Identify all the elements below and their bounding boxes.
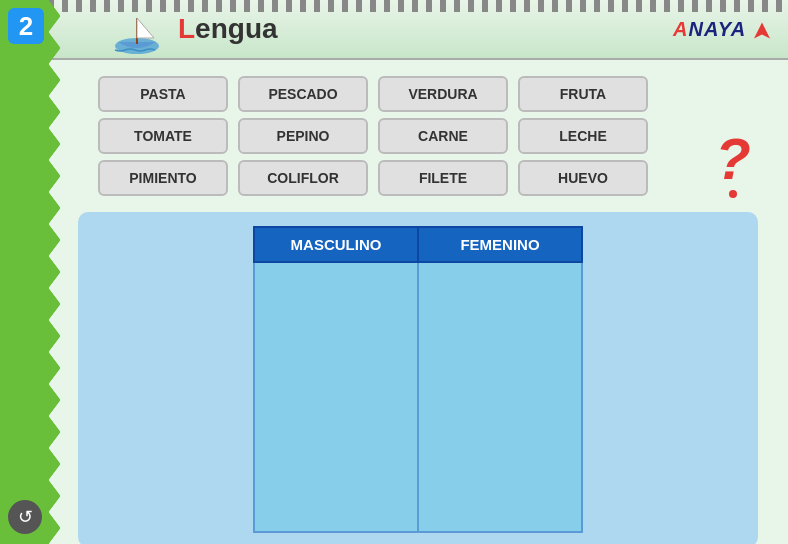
anaya-logo: ANAYA [673,18,772,41]
back-button[interactable]: ↺ [8,500,42,534]
grade-badge: 2 [8,8,44,44]
words-grid: PASTAPESCADOVERDURAFRUTATOMATEPEPINOCARN… [98,76,768,196]
word-btn-fruta[interactable]: FRUTA [518,76,648,112]
word-btn-huevo[interactable]: HUEVO [518,160,648,196]
back-arrow-icon: ↺ [18,506,33,528]
word-btn-filete[interactable]: FILETE [378,160,508,196]
masculino-drop-zone[interactable] [254,262,418,532]
col-masculino-header: MASCULINO [254,227,418,262]
boat-icon [110,8,165,62]
svg-marker-1 [0,0,60,544]
left-border [0,0,48,544]
word-btn-leche[interactable]: LECHE [518,118,648,154]
dots-decoration [48,0,788,12]
femenino-drop-zone[interactable] [418,262,582,532]
word-btn-pimiento[interactable]: PIMIENTO [98,160,228,196]
word-btn-tomate[interactable]: TOMATE [98,118,228,154]
help-button[interactable]: ? [708,130,758,200]
question-dot [729,190,737,198]
word-btn-pescado[interactable]: PESCADO [238,76,368,112]
word-btn-pasta[interactable]: PASTA [98,76,228,112]
anaya-logo-text: NAYA [688,18,745,40]
question-mark-icon: ? [715,130,750,188]
main-content: ? PASTAPESCADOVERDURAFRUTATOMATEPEPINOCA… [48,60,788,544]
svg-marker-4 [137,18,154,38]
word-btn-verdura[interactable]: VERDURA [378,76,508,112]
col-femenino-header: FEMENINO [418,227,582,262]
word-btn-pepino[interactable]: PEPINO [238,118,368,154]
word-btn-carne[interactable]: CARNE [378,118,508,154]
word-btn-coliflor[interactable]: COLIFLOR [238,160,368,196]
sort-table: MASCULINO FEMENINO [253,226,583,533]
subject-title: Lengua [178,13,278,45]
sort-table-container: MASCULINO FEMENINO [78,212,758,544]
